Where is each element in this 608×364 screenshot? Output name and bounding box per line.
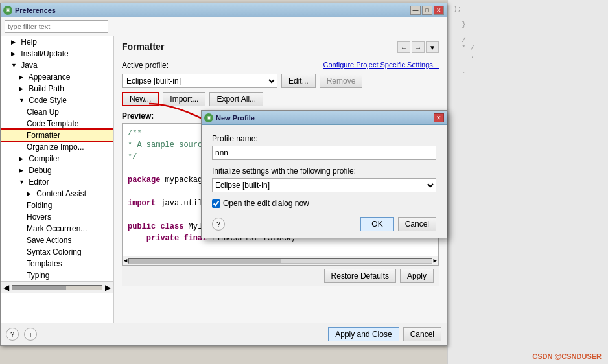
open-edit-dialog-checkbox[interactable] [212, 199, 220, 208]
dialog-ok-button[interactable]: OK [360, 217, 393, 231]
dialog-body: Profile name: Initialize settings with t… [202, 125, 447, 238]
dialog-action-buttons: ? OK Cancel [212, 217, 436, 231]
dialog-overlay: ◉ New Profile ✕ Profile name: Initialize… [0, 0, 608, 364]
new-profile-dialog: ◉ New Profile ✕ Profile name: Initialize… [201, 110, 447, 238]
dialog-window-icon: ◉ [204, 113, 213, 122]
dialog-close-button[interactable]: ✕ [434, 113, 444, 122]
dialog-cancel-button[interactable]: Cancel [398, 217, 436, 231]
init-profile-select[interactable]: Eclipse [built-in] [212, 178, 436, 192]
dialog-title: New Profile [216, 114, 434, 122]
open-edit-dialog-label: Open the edit dialog now [223, 199, 309, 208]
dialog-title-bar: ◉ New Profile ✕ [202, 111, 447, 125]
dialog-help-icon[interactable]: ? [212, 218, 225, 231]
open-edit-dialog-row: Open the edit dialog now [212, 199, 436, 208]
init-settings-label: Initialize settings with the following p… [212, 166, 436, 176]
profile-name-input[interactable] [212, 146, 436, 160]
profile-name-label: Profile name: [212, 134, 436, 143]
